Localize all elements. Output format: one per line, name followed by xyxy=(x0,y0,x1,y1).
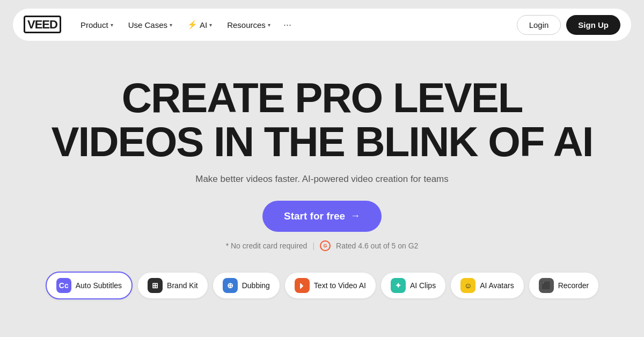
chip-icon: ⊞ xyxy=(148,278,163,293)
chip-text-to-video-ai[interactable]: ⏵Text to Video AI xyxy=(285,273,376,298)
login-button[interactable]: Login xyxy=(517,15,561,35)
nav-link-product-label: Product xyxy=(80,20,108,30)
chip-ai-avatars[interactable]: ☺AI Avatars xyxy=(451,273,524,298)
chip-icon: ⏵ xyxy=(295,278,310,293)
nav-link-use-cases-label: Use Cases xyxy=(128,20,167,30)
rating-text: Rated 4.6 out of 5 on G2 xyxy=(336,241,418,250)
nav-link-resources-label: Resources xyxy=(227,20,266,30)
chip-label: Dubbing xyxy=(242,281,270,290)
chevron-down-icon: ▾ xyxy=(111,22,113,28)
chevron-down-icon: ▾ xyxy=(209,22,212,28)
nav-link-ai[interactable]: ⚡ AI ▾ xyxy=(181,16,218,33)
chip-icon: ⊕ xyxy=(223,278,238,293)
g2-icon: G xyxy=(320,240,331,251)
chip-icon: ✦ xyxy=(391,278,406,293)
chip-label: Auto Subtitles xyxy=(76,281,122,290)
divider: | xyxy=(312,241,314,250)
nav-link-resources[interactable]: Resources ▾ xyxy=(221,17,277,33)
chevron-down-icon: ▾ xyxy=(268,22,270,28)
chip-icon: ☺ xyxy=(460,278,475,293)
nav-link-ai-label: AI xyxy=(200,20,207,30)
chip-icon: Cc xyxy=(56,278,71,293)
signup-button[interactable]: Sign Up xyxy=(566,15,620,35)
nav-link-use-cases[interactable]: Use Cases ▾ xyxy=(122,17,179,33)
chip-label: Recorder xyxy=(558,281,589,290)
chip-label: AI Clips xyxy=(410,281,436,290)
chip-recorder[interactable]: ⬛Recorder xyxy=(529,273,599,298)
chip-icon: ⬛ xyxy=(539,278,554,293)
chip-label: Text to Video AI xyxy=(314,281,366,290)
start-for-free-button[interactable]: Start for free → xyxy=(262,201,382,232)
cta-label: Start for free xyxy=(284,210,345,222)
hero-section: CREATE PRO LEVEL VIDEOS IN THE BLINK OF … xyxy=(0,49,644,251)
hero-title: CREATE PRO LEVEL VIDEOS IN THE BLINK OF … xyxy=(0,76,644,164)
nav-right: Login Sign Up xyxy=(517,15,620,35)
chip-auto-subtitles[interactable]: CcAuto Subtitles xyxy=(46,272,133,299)
no-credit-card-text: * No credit card required xyxy=(226,241,308,250)
nav-links: Product ▾ Use Cases ▾ ⚡ AI ▾ Resources ▾… xyxy=(74,16,296,33)
chip-dubbing[interactable]: ⊕Dubbing xyxy=(213,273,280,298)
hero-meta: * No credit card required | G Rated 4.6 … xyxy=(0,240,644,251)
logo[interactable]: VEED xyxy=(24,18,61,32)
chip-label: Brand Kit xyxy=(167,281,198,290)
navbar: VEED Product ▾ Use Cases ▾ ⚡ AI ▾ Resour… xyxy=(13,9,631,41)
lightning-icon: ⚡ xyxy=(187,20,197,30)
chevron-down-icon: ▾ xyxy=(170,22,172,28)
more-menu-button[interactable]: ··· xyxy=(279,17,296,33)
arrow-icon: → xyxy=(350,210,360,222)
hero-subtitle: Make better videos faster. AI-powered vi… xyxy=(0,174,644,185)
chip-ai-clips[interactable]: ✦AI Clips xyxy=(381,273,445,298)
chip-label: AI Avatars xyxy=(480,281,514,290)
nav-left: VEED Product ▾ Use Cases ▾ ⚡ AI ▾ Resour… xyxy=(24,16,296,33)
nav-link-product[interactable]: Product ▾ xyxy=(74,17,120,33)
feature-chips: CcAuto Subtitles⊞Brand Kit⊕Dubbing⏵Text … xyxy=(0,272,644,305)
chip-brand-kit[interactable]: ⊞Brand Kit xyxy=(138,273,208,298)
